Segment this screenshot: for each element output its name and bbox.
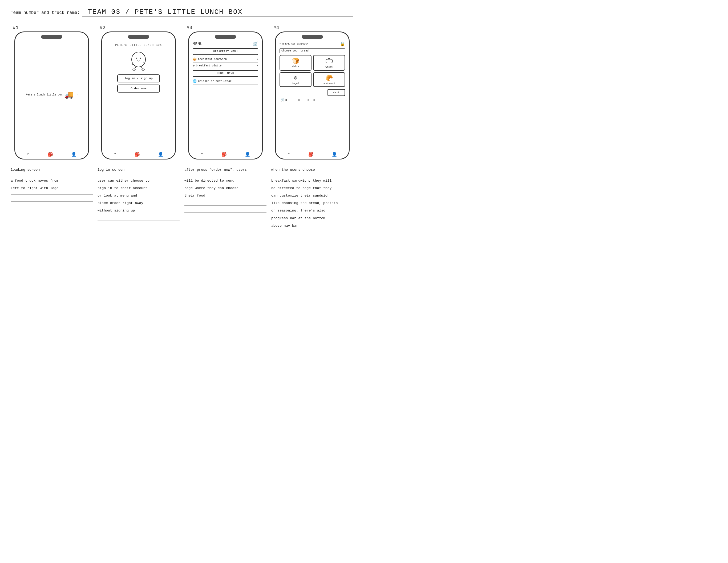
note4-line4: like choosing the bread, protein — [271, 200, 353, 206]
notes-line-1e — [11, 205, 93, 205]
svg-point-5 — [133, 69, 135, 70]
bag-icon-3: 🎒 — [221, 152, 227, 157]
svg-point-0 — [132, 52, 145, 67]
truck-scene: Pete's lunch little box 🚚 → — [26, 90, 78, 99]
bag-icon-4: 🎒 — [308, 152, 314, 157]
notes-col-1: loading screen a food truck moves from l… — [11, 167, 93, 230]
bread-grid: 🍞 white wheat — [280, 55, 345, 87]
wireframes-row: #1 Pete's lunch little box 🚚 → ⌂ 🎒 👤 # — [11, 25, 353, 159]
wireframe-col-4: #4 < BREAKFAST SANDWICH 🔒 choose your br… — [271, 25, 353, 159]
notes-line-1a — [11, 176, 93, 176]
screen1-body: Pete's lunch little box 🚚 → — [19, 41, 84, 148]
notes-line-1b — [11, 194, 93, 195]
chicken-beef-label: Chicken or beef Steak — [198, 80, 232, 83]
note4-line2: be directed to page that they — [271, 185, 353, 191]
note3-line2: page where they can choose — [184, 185, 266, 191]
wireframe-col-2: #2 PETE'S LITTLE LUNCH BOX — [98, 25, 180, 159]
breakfast-menu-header: BREAKFAST MENU — [193, 48, 258, 55]
progress-dash-3 — [295, 100, 297, 100]
progress-dot-4 — [313, 99, 315, 101]
cart-icon[interactable]: 🛒 — [253, 41, 258, 47]
note4-title: when the users choose — [271, 167, 353, 173]
bread-option-white[interactable]: 🍞 white — [280, 55, 312, 71]
phone-content-3: MENU 🛒 BREAKFAST MENU 🥪 breakfast sandwi… — [189, 40, 262, 150]
svg-point-2 — [140, 58, 141, 59]
phone-4: < BREAKFAST SANDWICH 🔒 choose your bread… — [275, 31, 350, 159]
bag-icon-2: 🎒 — [135, 152, 140, 157]
note4-line6: progress bar at the bottom, — [271, 215, 353, 221]
note4-line5: or seasoning. There's also — [271, 208, 353, 213]
note2-title: log in screen — [98, 167, 180, 173]
bread-option-croissant[interactable]: 🥐 croissant — [313, 72, 345, 87]
login-signup-button[interactable]: log in / sign up — [117, 74, 160, 82]
breakfast-platter-row[interactable]: ⊙ breakfast platter › — [193, 63, 258, 69]
note2-line1: user can either choose to — [98, 178, 180, 184]
home-icon-3: ⌂ — [201, 152, 203, 157]
svg-text:♫: ♫ — [143, 61, 144, 64]
phone-navbar-3: ⌂ 🎒 👤 — [189, 150, 262, 159]
next-button[interactable]: Next — [327, 89, 345, 96]
breakfast-sandwich-row[interactable]: 🥪 breakfast sandwich › — [193, 56, 258, 63]
phone-notch-4 — [302, 35, 323, 39]
progress-dot-2 — [298, 99, 300, 101]
svg-point-1 — [136, 58, 137, 59]
back-link[interactable]: < BREAKFAST SANDWICH — [280, 43, 308, 45]
sandwich-icon: 🥪 — [193, 57, 197, 61]
notes-line-3a — [184, 176, 266, 176]
wireframe-col-1: #1 Pete's lunch little box 🚚 → ⌂ 🎒 👤 — [11, 25, 93, 159]
sandwich-chevron: › — [257, 58, 258, 61]
note3-line1: will be directed to menu — [184, 178, 266, 184]
white-bread-icon: 🍞 — [292, 58, 299, 65]
notes-line-3e — [184, 212, 266, 212]
notes-line-4a — [271, 176, 353, 176]
note4-line1: breakfast sandwich, they will — [271, 178, 353, 184]
svg-text:♪: ♪ — [132, 62, 134, 66]
chicken-beef-row[interactable]: 🌐 Chicken or beef Steak — [193, 78, 258, 84]
truck-arrow-icon: → — [75, 92, 78, 97]
order-now-button[interactable]: Order now — [117, 84, 160, 92]
bread-option-bagel[interactable]: ⊙ bagel — [280, 72, 312, 87]
notes-line-2a — [98, 176, 180, 176]
truck-label: Pete's lunch little box — [26, 93, 63, 96]
phone-notch-3 — [215, 35, 236, 39]
bread-option-wheat[interactable]: wheat — [313, 55, 345, 71]
note4-line7: above nav bar — [271, 223, 353, 229]
notes-line-1d — [11, 201, 93, 202]
note2-line2: sign in to their account — [98, 185, 180, 191]
notes-col-4: when the users choose breakfast sandwich… — [271, 167, 353, 230]
phone-notch-2 — [128, 35, 149, 39]
menu-title: MENU — [193, 42, 203, 46]
header-title: Team 03 / Pete's Little Lunch Box — [88, 8, 242, 16]
phone-content-4: < BREAKFAST SANDWICH 🔒 choose your bread… — [276, 40, 349, 150]
notes-col-3: after press "order now", users will be d… — [184, 167, 266, 230]
phone-navbar-4: ⌂ 🎒 👤 — [276, 150, 349, 159]
progress-dash-6 — [310, 100, 313, 100]
notes-col-2: log in screen user can either choose to … — [98, 167, 180, 230]
note2-line4: place order right away — [98, 200, 180, 206]
home-icon-4: ⌂ — [288, 152, 290, 157]
notes-row: loading screen a food truck moves from l… — [11, 167, 353, 230]
phone-2: PETE'S LITTLE LUNCH BOX — [101, 31, 176, 159]
bagel-icon: ⊙ — [294, 74, 297, 82]
notes-line-3c — [184, 205, 266, 206]
notes-line-1c — [11, 198, 93, 198]
note2-line3: or look at menu and — [98, 193, 180, 199]
phone-1: Pete's lunch little box 🚚 → ⌂ 🎒 👤 — [14, 31, 89, 159]
screen-number-4: #4 — [273, 25, 279, 30]
croissant-label: croissant — [323, 82, 336, 85]
home-icon-2: ⌂ — [114, 152, 116, 157]
progress-dash-2 — [291, 100, 294, 100]
note1-line1: a food truck moves from — [11, 178, 93, 184]
wireframe-col-3: #3 MENU 🛒 BREAKFAST MENU 🥪 breakfast san… — [184, 25, 266, 159]
wheat-label: wheat — [325, 66, 333, 69]
burger-icon: 🌐 — [193, 79, 197, 83]
screen-number-3: #3 — [187, 25, 192, 30]
progress-dot-3 — [308, 99, 309, 101]
app-title: PETE'S LITTLE LUNCH BOX — [115, 43, 162, 47]
phone-notch-1 — [41, 35, 62, 39]
white-label: white — [292, 65, 299, 68]
phone-content-1: Pete's lunch little box 🚚 → — [15, 40, 88, 150]
header-title-area: Team 03 / Pete's Little Lunch Box — [82, 8, 353, 17]
lunch-menu-header: LUNCH MENU — [193, 70, 258, 77]
note3-line3: their food — [184, 193, 266, 199]
